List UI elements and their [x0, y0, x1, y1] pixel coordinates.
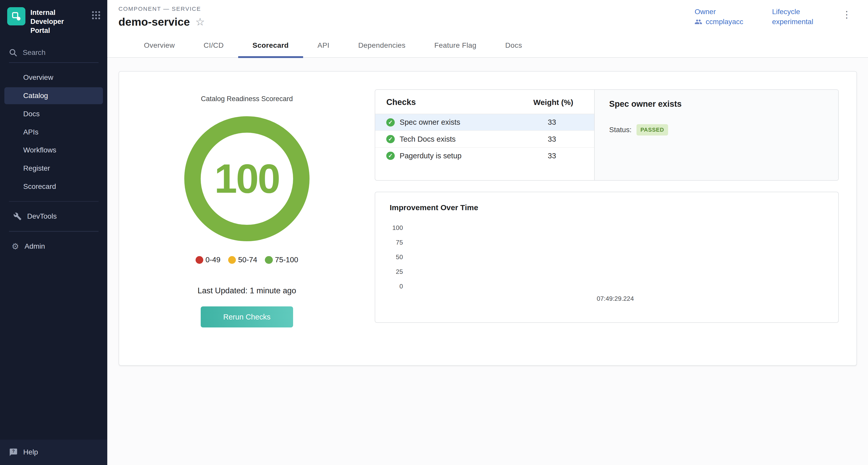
legend-item-high: 75-100 — [265, 256, 298, 264]
check-row-tech-docs[interactable]: ✓ Tech Docs exists 33 — [375, 131, 594, 148]
sidebar-item-workflows[interactable]: Workflows — [4, 142, 103, 159]
score-legend: 0-49 50-74 75-100 — [195, 256, 298, 264]
tab-feature-flag[interactable]: Feature Flag — [420, 35, 491, 57]
check-row-pagerduty[interactable]: ✓ Pagerduty is setup 33 — [375, 148, 594, 164]
more-options-kebab-icon[interactable]: ⋮ — [842, 8, 855, 20]
legend-label-low: 0-49 — [206, 256, 220, 264]
y-tick: 0 — [389, 283, 403, 298]
nav-divider — [9, 201, 98, 202]
sidebar-item-docs[interactable]: Docs — [4, 105, 103, 122]
last-updated-text: Last Updated: 1 minute ago — [197, 286, 296, 296]
brand-title-line2: Portal — [31, 26, 87, 35]
check-weight: 33 — [533, 135, 583, 144]
brand: Internal Developer Portal — [0, 0, 107, 40]
owner-link[interactable]: ccmplayacc — [694, 18, 743, 26]
check-passed-icon: ✓ — [386, 135, 395, 143]
check-row-spec-owner[interactable]: ✓ Spec owner exists 33 — [375, 114, 594, 131]
tab-cicd[interactable]: CI/CD — [189, 35, 238, 57]
sidebar-item-register[interactable]: Register — [4, 160, 103, 177]
rerun-checks-button[interactable]: Rerun Checks — [201, 306, 293, 328]
wrench-icon — [13, 212, 22, 220]
apps-grid-icon[interactable] — [91, 7, 101, 20]
devtools-label: DevTools — [27, 212, 57, 220]
search-input[interactable]: Search — [9, 49, 98, 63]
y-tick: 100 — [389, 224, 403, 239]
check-detail-panel: Spec owner exists Status: PASSED — [594, 90, 838, 180]
app-root: Internal Developer Portal Search — [0, 0, 868, 465]
sidebar-item-help[interactable]: ? Help — [0, 440, 107, 465]
sidebar-item-catalog[interactable]: Catalog — [4, 87, 103, 104]
tab-content: Catalog Readiness Scorecard 100 0-49 50-… — [107, 58, 868, 465]
lifecycle-block: Lifecycle experimental — [772, 8, 813, 26]
score-gauge: 100 — [184, 116, 309, 241]
tab-overview[interactable]: Overview — [130, 35, 189, 57]
status-label: Status: — [609, 126, 631, 134]
check-name: Pagerduty is setup — [400, 152, 461, 160]
check-weight: 33 — [533, 152, 583, 160]
lifecycle-value: experimental — [772, 18, 813, 26]
legend-dot-amber — [228, 256, 236, 264]
sidebar-item-apis[interactable]: APIs — [4, 123, 103, 141]
status-badge: PASSED — [637, 124, 668, 135]
legend-dot-green — [265, 256, 273, 264]
svg-text:?: ? — [12, 449, 14, 454]
chart-y-axis: 100 75 50 25 0 — [389, 224, 403, 298]
admin-label: Admin — [25, 242, 45, 250]
sidebar-item-admin[interactable]: ⚙ Admin — [4, 238, 103, 255]
legend-label-mid: 50-74 — [238, 256, 257, 264]
scorecard-card: Catalog Readiness Scorecard 100 0-49 50-… — [119, 71, 857, 366]
sidebar-item-scorecard[interactable]: Scorecard — [4, 178, 103, 195]
entity-header: COMPONENT — SERVICE demo-service ☆ Owner… — [107, 0, 868, 28]
checks-table-header: Checks Weight (%) — [375, 97, 594, 114]
check-name: Tech Docs exists — [400, 135, 456, 144]
group-icon — [694, 18, 702, 26]
tab-scorecard[interactable]: Scorecard — [238, 35, 303, 57]
breadcrumb: COMPONENT — SERVICE — [119, 6, 205, 12]
entity-tabs: Overview CI/CD Scorecard API Dependencie… — [107, 35, 868, 58]
entity-title-block: COMPONENT — SERVICE demo-service ☆ — [119, 6, 205, 28]
tab-docs[interactable]: Docs — [491, 35, 536, 57]
lifecycle-label: Lifecycle — [772, 8, 813, 16]
search-label: Search — [23, 49, 45, 57]
check-passed-icon: ✓ — [386, 118, 395, 126]
legend-label-high: 75-100 — [275, 256, 298, 264]
favorite-star-icon[interactable]: ☆ — [195, 17, 205, 27]
x-tick-timestamp: 07:49:29.224 — [597, 295, 634, 302]
brand-title-line1: Internal Developer — [31, 8, 87, 26]
portal-logo-icon[interactable] — [7, 7, 25, 25]
y-tick: 25 — [389, 268, 403, 283]
checks-table: Checks Weight (%) ✓ Spec owner exists 33… — [375, 90, 594, 180]
legend-item-low: 0-49 — [195, 256, 220, 264]
owner-label: Owner — [694, 8, 743, 16]
logo-glyph — [11, 11, 22, 22]
checks-header-title: Checks — [386, 97, 416, 107]
sidebar: Internal Developer Portal Search — [0, 0, 107, 465]
search-icon — [9, 49, 17, 57]
main-area: COMPONENT — SERVICE demo-service ☆ Owner… — [107, 0, 868, 465]
checks-panel: Checks Weight (%) ✓ Spec owner exists 33… — [375, 89, 839, 181]
gear-icon: ⚙ — [11, 242, 19, 250]
help-label: Help — [23, 448, 38, 456]
checks-header-weight: Weight (%) — [533, 98, 583, 107]
entity-meta: Owner ccmplayacc Lifecycle experimental … — [694, 6, 855, 26]
check-status-row: Status: PASSED — [609, 124, 824, 135]
chart-title: Improvement Over Time — [390, 203, 824, 212]
sidebar-item-overview[interactable]: Overview — [4, 69, 103, 86]
sidebar-nav: Overview Catalog Docs APIs Workflows Reg… — [0, 68, 107, 256]
y-tick: 75 — [389, 239, 403, 253]
scorecard-title: Catalog Readiness Scorecard — [201, 95, 293, 103]
check-name: Spec owner exists — [400, 118, 460, 126]
improvement-chart-card: Improvement Over Time 100 75 50 25 0 07:… — [375, 192, 839, 323]
tab-dependencies[interactable]: Dependencies — [344, 35, 420, 57]
page-title: demo-service — [119, 16, 190, 28]
checks-column: Checks Weight (%) ✓ Spec owner exists 33… — [375, 89, 839, 343]
nav-divider — [9, 231, 98, 231]
sidebar-item-devtools[interactable]: DevTools — [4, 208, 103, 225]
score-value: 100 — [214, 155, 279, 202]
check-passed-icon: ✓ — [386, 152, 395, 160]
help-icon: ? — [9, 448, 18, 457]
check-detail-title: Spec owner exists — [609, 99, 824, 109]
tab-api[interactable]: API — [303, 35, 344, 57]
legend-dot-red — [195, 256, 203, 264]
owner-value: ccmplayacc — [706, 18, 743, 26]
